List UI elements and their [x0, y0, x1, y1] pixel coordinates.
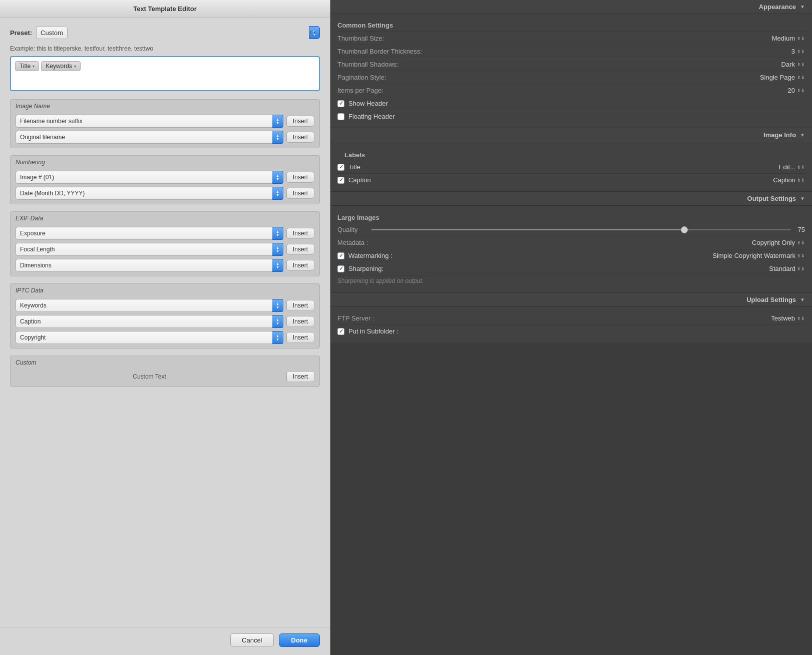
copyright-stepper[interactable]: ▲▼ [272, 331, 283, 344]
copyright-insert[interactable]: Insert [286, 332, 314, 343]
cancel-button[interactable]: Cancel [230, 633, 273, 647]
original-filename-stepper[interactable]: ▲▼ [272, 131, 283, 144]
exposure-select[interactable]: Exposure [16, 227, 283, 240]
date-select[interactable]: Date (Month DD, YYYY) [16, 187, 283, 200]
preset-stepper[interactable]: ▲ ▼ [309, 26, 320, 39]
ftp-server-stepper[interactable]: ⬆⬇ [797, 316, 805, 321]
filename-suffix-stepper[interactable]: ▲▼ [272, 115, 283, 128]
output-settings-header[interactable]: Output Settings ▼ [330, 191, 812, 206]
thumbnail-size-value-wrap[interactable]: Medium ⬆⬇ [772, 35, 805, 42]
show-header-checkbox[interactable] [337, 100, 344, 107]
pagination-style-value: Single Page [760, 74, 795, 81]
focal-length-insert[interactable]: Insert [286, 244, 314, 255]
copyright-select[interactable]: Copyright [16, 331, 283, 344]
watermarking-row[interactable]: Watermarking : Simple Copyright Watermar… [337, 249, 805, 262]
focal-length-stepper[interactable]: ▲▼ [272, 243, 283, 256]
focal-length-select[interactable]: Focal Length [16, 243, 283, 256]
caption-label-row[interactable]: Caption Caption ⬆⬇ [337, 174, 805, 186]
metadata-value: Copyright Only [752, 239, 795, 246]
template-editor-box[interactable]: Title ▾ Keywords ▾ [10, 56, 320, 91]
put-in-subfolder-checkbox[interactable] [337, 328, 344, 335]
floating-header-row[interactable]: Floating Header [337, 110, 805, 123]
watermarking-checkbox[interactable] [337, 252, 344, 259]
quality-slider[interactable] [371, 229, 791, 230]
metadata-stepper[interactable]: ⬆⬇ [797, 240, 805, 245]
watermarking-value-wrap[interactable]: Simple Copyright Watermark ⬆⬇ [712, 252, 805, 259]
ftp-server-value: Testweb [771, 314, 795, 322]
caption-select[interactable]: Caption [16, 315, 283, 328]
sharpening-row[interactable]: Sharpening: Standard ⬆⬇ [337, 262, 805, 275]
pagination-style-value-wrap[interactable]: Single Page ⬆⬇ [760, 74, 805, 81]
image-info-header[interactable]: Image Info ▼ [330, 128, 812, 142]
exposure-stepper[interactable]: ▲▼ [272, 227, 283, 240]
preset-select-wrap: Custom ▲ ▼ [36, 26, 320, 39]
keywords-insert[interactable]: Insert [286, 300, 314, 311]
preset-label: Preset: [10, 29, 32, 37]
date-stepper[interactable]: ▲▼ [272, 187, 283, 200]
date-insert[interactable]: Insert [286, 188, 314, 199]
sharpening-stepper[interactable]: ⬆⬇ [797, 266, 805, 271]
image-number-select[interactable]: Image # (01) [16, 171, 283, 184]
metadata-label: Metadata : [337, 239, 368, 246]
watermarking-stepper[interactable]: ⬆⬇ [797, 253, 805, 258]
dimensions-select[interactable]: Dimensions [16, 259, 283, 272]
items-per-page-value-wrap[interactable]: 20 ⬆⬇ [788, 87, 805, 94]
caption-label-stepper[interactable]: ⬆⬇ [797, 178, 805, 183]
thumbnail-border-value-wrap[interactable]: 3 ⬆⬇ [791, 48, 805, 55]
watermarking-value: Simple Copyright Watermark [712, 252, 795, 259]
title-label-stepper[interactable]: ⬆⬇ [797, 165, 805, 170]
keywords-select[interactable]: Keywords [16, 299, 283, 312]
pagination-style-stepper[interactable]: ⬆⬇ [797, 75, 805, 80]
done-button[interactable]: Done [279, 633, 320, 647]
caption-label-value-wrap[interactable]: Caption ⬆⬇ [773, 176, 805, 184]
keywords-token[interactable]: Keywords ▾ [41, 61, 81, 71]
thumbnail-shadows-value: Dark [781, 61, 795, 68]
dimensions-stepper[interactable]: ▲▼ [272, 259, 283, 272]
sharpening-note: Sharpening is applied on output. [337, 275, 805, 287]
title-token[interactable]: Title ▾ [15, 61, 39, 71]
show-header-label: Show Header [348, 100, 388, 107]
title-label-value-wrap[interactable]: Edit... ⬆⬇ [779, 163, 805, 171]
ftp-server-value-wrap[interactable]: Testweb ⬆⬇ [771, 314, 805, 322]
filename-suffix-wrap: Filename number suffix ▲▼ [16, 115, 283, 128]
exposure-insert[interactable]: Insert [286, 228, 314, 239]
image-number-stepper[interactable]: ▲▼ [272, 171, 283, 184]
floating-header-checkbox[interactable] [337, 113, 344, 120]
sharpening-value-wrap[interactable]: Standard ⬆⬇ [769, 265, 805, 272]
thumbnail-border-stepper[interactable]: ⬆⬇ [797, 49, 805, 54]
custom-text-insert[interactable]: Insert [286, 371, 314, 382]
thumbnail-shadows-row: Thumbnail Shadows: Dark ⬆⬇ [337, 58, 805, 71]
caption-insert[interactable]: Insert [286, 316, 314, 327]
items-per-page-stepper[interactable]: ⬆⬇ [797, 88, 805, 93]
filename-suffix-insert[interactable]: Insert [286, 116, 314, 127]
title-label-checkbox[interactable] [337, 164, 344, 171]
caption-stepper[interactable]: ▲▼ [272, 315, 283, 328]
image-number-insert[interactable]: Insert [286, 172, 314, 183]
caption-label-text: Caption [348, 176, 371, 184]
caption-label-value: Caption [773, 176, 795, 184]
original-filename-select[interactable]: Original filename [16, 131, 283, 144]
filename-suffix-select[interactable]: Filename number suffix [16, 115, 283, 128]
preset-select[interactable]: Custom [36, 26, 68, 39]
dimensions-insert[interactable]: Insert [286, 260, 314, 271]
keywords-stepper[interactable]: ▲▼ [272, 299, 283, 312]
thumbnail-size-stepper[interactable]: ⬆⬇ [797, 36, 805, 41]
quality-label: Quality [337, 226, 367, 233]
metadata-value-wrap[interactable]: Copyright Only ⬆⬇ [752, 239, 805, 246]
put-in-subfolder-row[interactable]: Put in Subfolder : [337, 325, 805, 338]
ftp-server-row: FTP Server : Testweb ⬆⬇ [337, 312, 805, 325]
upload-settings-header[interactable]: Upload Settings ▼ [330, 292, 812, 307]
caption-label-checkbox[interactable] [337, 177, 344, 184]
title-label-row[interactable]: Title Edit... ⬆⬇ [337, 161, 805, 174]
image-name-rows: Filename number suffix ▲▼ Insert Origina… [11, 112, 319, 148]
appearance-header[interactable]: Appearance ▼ [330, 0, 812, 14]
sharpening-checkbox[interactable] [337, 265, 344, 272]
custom-text-label: Custom Text [16, 371, 283, 382]
thumbnail-border-row: Thumbnail Border Thickness: 3 ⬆⬇ [337, 45, 805, 58]
example-text: Example: this is titleperske, testfour, … [10, 45, 320, 52]
right-panel: Appearance ▼ Common Settings Thumbnail S… [330, 0, 812, 655]
thumbnail-shadows-stepper[interactable]: ⬆⬇ [797, 62, 805, 67]
show-header-row[interactable]: Show Header [337, 97, 805, 110]
thumbnail-shadows-value-wrap[interactable]: Dark ⬆⬇ [781, 61, 805, 68]
original-filename-insert[interactable]: Insert [286, 132, 314, 143]
